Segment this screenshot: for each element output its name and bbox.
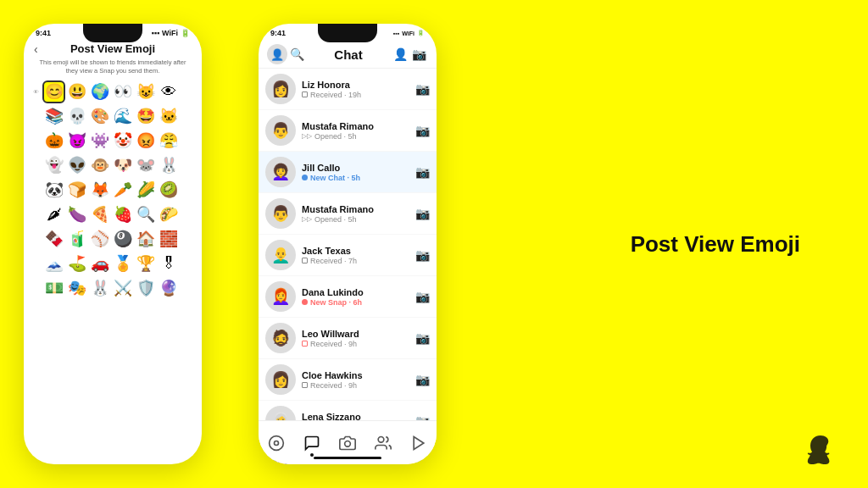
emoji-item[interactable]: 🏅 xyxy=(111,252,134,275)
emoji-item[interactable]: 🧱 xyxy=(157,228,180,251)
chat-info-dana-lukindo: Dana Lukindo New Snap · 6h xyxy=(302,287,409,307)
nav-map[interactable] xyxy=(268,435,285,452)
chat-item-jack-texas[interactable]: 👨‍🦲 Jack Texas Received · 7h 📷 xyxy=(259,235,437,276)
emoji-item[interactable]: 👀 xyxy=(111,80,134,103)
emoji-item[interactable]: 🐰 xyxy=(157,154,180,177)
emoji-item[interactable]: 👽 xyxy=(65,154,88,177)
emoji-item[interactable]: 🏆 xyxy=(134,252,157,275)
nav-chat[interactable] xyxy=(303,435,320,452)
chat-info-mustafa-1: Mustafa Rimano ▷▷ Opened · 5h xyxy=(302,121,409,141)
chat-header: 👤 🔍 Chat 👤 📷 xyxy=(259,39,437,69)
chat-camera-action[interactable]: 📷 xyxy=(415,290,430,303)
emoji-item[interactable]: 💵 xyxy=(42,277,65,300)
chat-item-cloe-hawkins[interactable]: 👩 Cloe Hawkins Received · 9h 📷 xyxy=(259,359,437,401)
emoji-item[interactable]: 🐱 xyxy=(157,105,180,128)
emoji-item[interactable]: 🐰 xyxy=(88,277,111,300)
emoji-item[interactable]: 🛡️ xyxy=(134,277,157,300)
emoji-row-6: 🌶 🍆 🍕 🍓 🔍 🌮 xyxy=(29,203,197,226)
emoji-item[interactable]: 🥕 xyxy=(111,179,134,202)
emoji-item[interactable]: 🐭 xyxy=(134,154,157,177)
emoji-item[interactable]: 👁 xyxy=(157,80,180,103)
emoji-item[interactable]: 🎨 xyxy=(88,105,111,128)
emoji-item[interactable]: 🔮 xyxy=(157,277,180,300)
nav-camera[interactable] xyxy=(339,435,356,452)
chat-item-mustafa-2[interactable]: 👨 Mustafa Rimano ▷▷ Opened · 5h 📷 xyxy=(259,193,437,235)
emoji-item[interactable]: 👻 xyxy=(42,154,65,177)
emoji-item[interactable]: 🤡 xyxy=(111,130,134,152)
nav-stories[interactable] xyxy=(410,435,427,452)
left-phone-title: Post View Emoji xyxy=(70,42,155,55)
emoji-grid-row-8: 🗻 ⛳ 🚗 🏅 🏆 🎖 xyxy=(42,252,197,275)
chat-status: ▷▷ Opened · 5h xyxy=(302,215,409,224)
emoji-item[interactable]: 😺 xyxy=(134,80,157,103)
emoji-item[interactable]: 🚗 xyxy=(88,252,111,275)
chat-info-jill-callo: Jill Callo New Chat · 5h xyxy=(302,163,409,182)
emoji-item[interactable]: 🍕 xyxy=(88,203,111,226)
chat-item-jill-callo[interactable]: 👩‍🦱 Jill Callo New Chat · 5h 📷 xyxy=(259,152,437,193)
emoji-item[interactable]: 🌊 xyxy=(111,105,134,128)
emoji-item[interactable]: 🎃 xyxy=(42,130,65,152)
emoji-item[interactable]: 🌶 xyxy=(42,203,65,226)
nav-friends[interactable] xyxy=(375,435,392,452)
emoji-item[interactable]: 🍫 xyxy=(42,228,65,251)
emoji-item[interactable]: 😤 xyxy=(157,130,180,152)
emoji-item[interactable]: ⚾ xyxy=(88,228,111,251)
emoji-item[interactable]: 🍞 xyxy=(65,179,88,202)
chat-name: Jill Callo xyxy=(302,163,409,173)
emoji-row-3: 🎃 😈 👾 🤡 😡 😤 xyxy=(29,130,197,152)
emoji-category-icon: 👁 xyxy=(29,89,42,95)
new-snap-button[interactable]: 📷 xyxy=(409,47,428,61)
emoji-item[interactable]: 🎱 xyxy=(111,228,134,251)
emoji-item[interactable]: 🌮 xyxy=(157,203,180,226)
chat-camera-action[interactable]: 📷 xyxy=(415,165,430,179)
emoji-item[interactable]: 🌍 xyxy=(88,80,111,103)
emoji-item[interactable]: 😡 xyxy=(134,130,157,152)
chat-camera-action[interactable]: 📷 xyxy=(415,373,430,386)
emoji-item[interactable]: 👾 xyxy=(88,130,111,152)
emoji-item[interactable]: 🎭 xyxy=(65,277,88,300)
emoji-item[interactable]: ⚔️ xyxy=(111,277,134,300)
chat-camera-action[interactable]: 📷 xyxy=(415,124,430,137)
chat-name: Leo Willward xyxy=(302,329,409,339)
emoji-item[interactable]: 💀 xyxy=(65,105,88,128)
emoji-item[interactable]: 🌽 xyxy=(134,179,157,202)
emoji-item[interactable]: 😃 xyxy=(65,80,88,103)
chat-screen-title: Chat xyxy=(306,47,391,62)
emoji-item[interactable]: 📚 xyxy=(42,105,65,128)
chat-name: Jack Texas xyxy=(302,246,409,256)
emoji-item[interactable]: 🤩 xyxy=(134,105,157,128)
chat-status: ▷▷ Opened · 5h xyxy=(302,132,409,141)
emoji-item[interactable]: 😊 xyxy=(42,80,65,103)
emoji-item[interactable]: 🎖 xyxy=(157,252,180,275)
emoji-item[interactable]: ⛳ xyxy=(65,252,88,275)
emoji-grid-row-4: 👻 👽 🐵 🐶 🐭 🐰 xyxy=(42,154,197,177)
emoji-item[interactable]: 🔍 xyxy=(134,203,157,226)
chat-camera-action[interactable]: 📷 xyxy=(415,82,430,96)
emoji-item[interactable]: 🏠 xyxy=(134,228,157,251)
chat-camera-action[interactable]: 📷 xyxy=(415,248,430,262)
emoji-item[interactable]: 🦊 xyxy=(88,179,111,202)
emoji-item[interactable]: 🧃 xyxy=(65,228,88,251)
search-button[interactable]: 🔍 xyxy=(287,47,306,61)
chat-camera-action[interactable]: 📷 xyxy=(415,331,430,345)
chat-item-leo-willward[interactable]: 🧔 Leo Willward Received · 9h 📷 xyxy=(259,318,437,359)
phone-notch-right xyxy=(318,24,377,42)
status-icon-opened: ▷▷ xyxy=(302,215,312,223)
emoji-item[interactable]: 🐼 xyxy=(42,179,65,202)
emoji-item[interactable]: 🍓 xyxy=(111,203,134,226)
emoji-item[interactable]: 😈 xyxy=(65,130,88,152)
emoji-item[interactable]: 🐶 xyxy=(111,154,134,177)
emoji-item[interactable]: 🍆 xyxy=(65,203,88,226)
snapchat-logo xyxy=(804,434,837,468)
chat-item-dana-lukindo[interactable]: 👩‍🦰 Dana Lukindo New Snap · 6h 📷 xyxy=(259,276,437,318)
emoji-item[interactable]: 🥝 xyxy=(157,179,180,202)
emoji-item[interactable]: 🗻 xyxy=(42,252,65,275)
back-button[interactable]: ‹ xyxy=(34,42,38,56)
emoji-item[interactable]: 🐵 xyxy=(88,154,111,177)
chat-item-liz-honora[interactable]: 👩 Liz Honora Received · 19h 📷 xyxy=(259,69,437,110)
add-friend-button[interactable]: 👤 xyxy=(391,47,409,61)
status-icon-opened: ▷▷ xyxy=(302,132,312,140)
chat-name: Liz Honora xyxy=(302,80,409,90)
chat-camera-action[interactable]: 📷 xyxy=(415,207,430,220)
chat-item-mustafa-1[interactable]: 👨 Mustafa Rimano ▷▷ Opened · 5h 📷 xyxy=(259,110,437,152)
